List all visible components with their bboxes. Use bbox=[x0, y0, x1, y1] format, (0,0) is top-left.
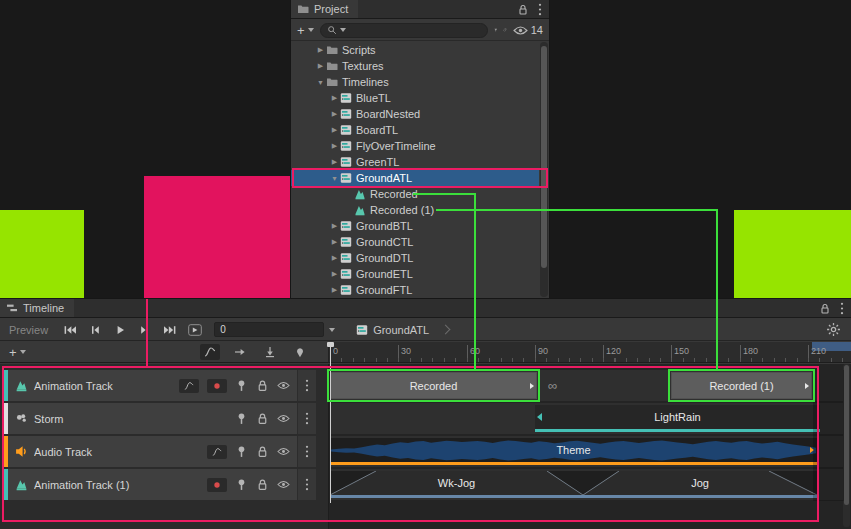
project-search-input[interactable] bbox=[349, 25, 481, 36]
goto-end-button[interactable] bbox=[157, 321, 182, 338]
timeline-icon bbox=[340, 140, 352, 152]
eye-button[interactable] bbox=[277, 379, 290, 392]
foldout-arrow-icon[interactable]: ▶ bbox=[329, 238, 340, 246]
foldout-arrow-icon[interactable]: ▶ bbox=[329, 94, 340, 102]
time-ruler[interactable]: 0306090120150180210 bbox=[329, 342, 851, 362]
track-menu-button[interactable] bbox=[297, 469, 316, 500]
foldout-arrow-icon[interactable]: ▶ bbox=[329, 110, 340, 118]
foldout-arrow-icon[interactable]: ▶ bbox=[329, 142, 340, 150]
lock-button[interactable] bbox=[256, 379, 269, 392]
track-header-animation-track-1[interactable]: Animation Track (1) bbox=[4, 469, 316, 500]
search-by-label-icon[interactable] bbox=[503, 23, 507, 37]
tree-item-flyovertimeline[interactable]: ▶FlyOverTimeline bbox=[291, 138, 539, 154]
track-lane-audio-track[interactable]: Theme bbox=[330, 436, 845, 467]
ripple-mode-button[interactable] bbox=[230, 344, 250, 360]
tab-timeline[interactable]: Timeline bbox=[0, 299, 74, 317]
curves-button[interactable] bbox=[207, 445, 227, 459]
foldout-arrow-icon[interactable]: ▶ bbox=[329, 254, 340, 262]
project-scrollbar[interactable] bbox=[540, 42, 548, 297]
lock-icon[interactable] bbox=[819, 302, 831, 315]
clip-recorded[interactable]: Recorded bbox=[330, 372, 537, 399]
record-button[interactable] bbox=[207, 379, 227, 393]
pin-button[interactable] bbox=[235, 478, 248, 491]
tab-project[interactable]: Project bbox=[291, 0, 358, 18]
kebab-icon[interactable] bbox=[840, 302, 844, 315]
tree-item-groundatl[interactable]: ▼GroundATL bbox=[291, 170, 539, 186]
tree-item-groundbtl[interactable]: ▶GroundBTL bbox=[291, 218, 539, 234]
timeline-scrollbar[interactable] bbox=[843, 364, 850, 527]
lock-button[interactable] bbox=[256, 412, 269, 425]
clip-wk-jog[interactable]: Wk-Jog bbox=[330, 471, 583, 498]
pin-button[interactable] bbox=[235, 379, 248, 392]
add-track-button[interactable]: + bbox=[0, 345, 35, 360]
record-button[interactable] bbox=[207, 478, 227, 492]
search-by-type-icon[interactable] bbox=[494, 23, 498, 37]
tree-item-scripts[interactable]: ▶Scripts bbox=[291, 42, 539, 58]
track-lane-storm[interactable]: LightRain bbox=[330, 403, 845, 434]
frame-input[interactable] bbox=[220, 324, 318, 335]
next-frame-button[interactable] bbox=[132, 321, 157, 338]
foldout-arrow-icon[interactable]: ▶ bbox=[329, 222, 340, 230]
replace-mode-button[interactable] bbox=[260, 344, 280, 360]
show-markers-button[interactable] bbox=[290, 344, 310, 360]
track-menu-button[interactable] bbox=[297, 403, 316, 434]
frame-field-dropdown[interactable] bbox=[324, 322, 340, 338]
tree-item-greentl[interactable]: ▶GreenTL bbox=[291, 154, 539, 170]
tree-item-timelines[interactable]: ▼Timelines bbox=[291, 74, 539, 90]
foldout-arrow-icon[interactable]: ▶ bbox=[329, 158, 340, 166]
clip-jog[interactable]: Jog bbox=[583, 471, 817, 498]
settings-gear-button[interactable] bbox=[826, 322, 841, 337]
tree-item-boardnested[interactable]: ▶BoardNested bbox=[291, 106, 539, 122]
play-range-button[interactable] bbox=[182, 321, 207, 338]
clip-recorded-1[interactable]: Recorded (1) bbox=[671, 372, 812, 399]
foldout-arrow-icon[interactable]: ▶ bbox=[329, 286, 340, 294]
tree-item-bluetl[interactable]: ▶BlueTL bbox=[291, 90, 539, 106]
hidden-count-toggle[interactable]: 14 bbox=[513, 24, 543, 36]
track-lane-animation-track[interactable]: RecordedRecorded (1)∞ bbox=[330, 370, 845, 401]
pin-button[interactable] bbox=[235, 445, 248, 458]
create-asset-button[interactable]: + bbox=[297, 23, 314, 38]
track-menu-button[interactable] bbox=[297, 370, 316, 401]
clip-lightrain[interactable]: LightRain bbox=[535, 405, 820, 432]
tree-item-boardtl[interactable]: ▶BoardTL bbox=[291, 122, 539, 138]
tree-item-recorded-1[interactable]: Recorded (1) bbox=[291, 202, 539, 218]
tree-item-recorded[interactable]: Recorded bbox=[291, 186, 539, 202]
foldout-arrow-icon[interactable]: ▶ bbox=[315, 62, 326, 70]
tree-item-grounddtl[interactable]: ▶GroundDTL bbox=[291, 250, 539, 266]
playhead-handle[interactable] bbox=[327, 342, 334, 347]
track-lane-animation-track-1[interactable]: Wk-JogJog bbox=[330, 469, 845, 500]
lock-button[interactable] bbox=[256, 445, 269, 458]
lock-button[interactable] bbox=[256, 478, 269, 491]
lock-icon[interactable] bbox=[517, 3, 529, 16]
pin-button[interactable] bbox=[235, 412, 248, 425]
track-menu-button[interactable] bbox=[297, 436, 316, 467]
tree-item-groundftl[interactable]: ▶GroundFTL bbox=[291, 282, 539, 298]
tree-item-groundetl[interactable]: ▶GroundETL bbox=[291, 266, 539, 282]
eye-button[interactable] bbox=[277, 445, 290, 458]
curves-button[interactable] bbox=[179, 379, 199, 393]
clip-theme[interactable]: Theme bbox=[330, 438, 817, 465]
foldout-arrow-icon[interactable]: ▶ bbox=[329, 126, 340, 134]
foldout-arrow-icon[interactable]: ▼ bbox=[315, 79, 326, 86]
track-header-animation-track[interactable]: Animation Track bbox=[4, 370, 316, 401]
goto-start-button[interactable] bbox=[57, 321, 82, 338]
foldout-arrow-icon[interactable]: ▶ bbox=[315, 46, 326, 54]
foldout-arrow-icon[interactable]: ▶ bbox=[329, 270, 340, 278]
previous-frame-button[interactable] bbox=[82, 321, 107, 338]
current-frame-field[interactable] bbox=[214, 322, 324, 337]
eye-button[interactable] bbox=[277, 478, 290, 491]
scrollbar-thumb[interactable] bbox=[844, 365, 849, 505]
tree-item-textures[interactable]: ▶Textures bbox=[291, 58, 539, 74]
breadcrumb[interactable]: GroundATL bbox=[356, 324, 449, 336]
preview-toggle-button[interactable]: Preview bbox=[6, 324, 57, 336]
track-header-storm[interactable]: Storm bbox=[4, 403, 316, 434]
scrollbar-thumb[interactable] bbox=[541, 46, 547, 268]
eye-button[interactable] bbox=[277, 412, 290, 425]
kebab-icon[interactable] bbox=[538, 3, 542, 16]
play-button[interactable] bbox=[107, 321, 132, 338]
tree-item-groundctl[interactable]: ▶GroundCTL bbox=[291, 234, 539, 250]
mix-mode-button[interactable] bbox=[200, 344, 220, 360]
track-header-audio-track[interactable]: Audio Track bbox=[4, 436, 316, 467]
foldout-arrow-icon[interactable]: ▼ bbox=[329, 175, 340, 182]
project-search-box[interactable] bbox=[320, 23, 488, 38]
